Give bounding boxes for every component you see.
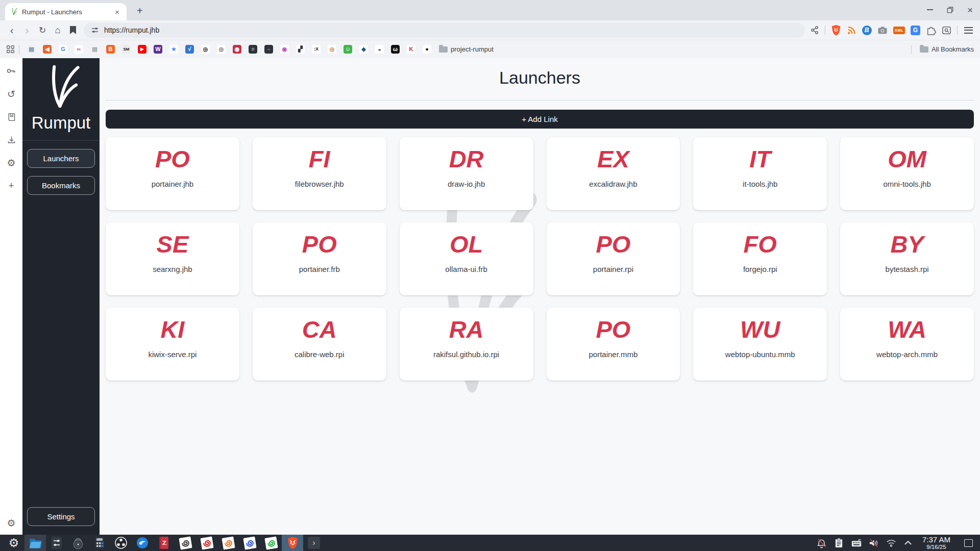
two-dots-favicon[interactable]: •• xyxy=(264,45,273,54)
clipboard-favicon[interactable]: ▤ xyxy=(27,45,36,54)
bookmarks-panel-icon[interactable] xyxy=(65,22,81,38)
viewer-green-button[interactable] xyxy=(260,535,282,551)
network-wireless-icon[interactable] xyxy=(886,538,896,548)
blocks-favicon[interactable]: ▞ xyxy=(296,45,305,54)
strip-bottom-gear-icon[interactable]: ⚙ xyxy=(6,517,17,529)
translate-extension-icon[interactable]: G xyxy=(911,26,920,35)
reload-icon[interactable]: ↻ xyxy=(35,22,50,38)
thunderbird-button[interactable] xyxy=(132,535,153,551)
document-favicon[interactable]: ▤ xyxy=(90,45,99,54)
obs-studio-button[interactable] xyxy=(110,535,132,551)
add-link-button[interactable]: + Add Link xyxy=(106,110,974,129)
tokopedia-favicon[interactable]: ☺ xyxy=(344,45,352,54)
extensions-puzzle-icon[interactable] xyxy=(926,25,936,35)
tray-expand-chevron-up-icon[interactable] xyxy=(903,538,914,548)
screenshot-camera-icon[interactable] xyxy=(877,26,888,35)
launcher-card[interactable]: IT it-tools.jhb xyxy=(693,137,827,210)
volume-muted-icon[interactable] xyxy=(868,538,879,548)
launcher-card[interactable]: WA webtop-arch.mmb xyxy=(840,308,974,381)
brave-shield-icon[interactable] xyxy=(831,24,841,36)
calculator-button[interactable] xyxy=(89,535,110,551)
launcher-card[interactable]: PO portainer.mmb xyxy=(547,308,680,381)
viewer-red-button[interactable] xyxy=(196,535,217,551)
launcher-card[interactable]: EX excalidraw.jhb xyxy=(547,137,680,210)
viewer-gray-button[interactable] xyxy=(175,535,196,551)
zotero-button[interactable]: Z xyxy=(153,535,175,551)
launcher-card[interactable]: CA calibre-web.rpi xyxy=(253,308,386,381)
b-extension-icon[interactable]: B xyxy=(862,26,872,35)
tab-close-icon[interactable]: × xyxy=(113,7,121,17)
passwords-key-icon[interactable] xyxy=(6,65,17,77)
google-favicon[interactable]: G xyxy=(59,45,67,54)
keyboard-layout-icon[interactable] xyxy=(851,538,862,548)
forward-icon[interactable]: › xyxy=(19,22,35,38)
rss-extension-icon[interactable] xyxy=(847,26,856,35)
sidebar-nav-button[interactable]: Bookmarks xyxy=(27,176,95,195)
application-menu-button[interactable]: ⚙ xyxy=(3,535,24,551)
launcher-card[interactable]: OL ollama-ui.frb xyxy=(400,222,533,295)
sm-favicon[interactable]: SM xyxy=(122,45,131,54)
firefox-favicon[interactable]: ◉ xyxy=(280,45,289,54)
launcher-card[interactable]: WU webtop-ubuntu.mmb xyxy=(693,308,827,381)
k-red-favicon[interactable]: K xyxy=(407,45,415,54)
viewer-orange-button[interactable] xyxy=(217,535,239,551)
strip-settings-gear-icon[interactable]: ⚙ xyxy=(6,157,17,168)
all-bookmarks[interactable]: All Bookmarks xyxy=(907,45,974,54)
launcher-card[interactable]: PO portainer.frb xyxy=(253,222,386,295)
share-icon[interactable] xyxy=(810,26,819,35)
red-shield-favicon[interactable]: ◉ xyxy=(233,45,241,54)
viewer-blue-button[interactable] xyxy=(239,535,260,551)
show-desktop-button[interactable] xyxy=(964,539,973,547)
downloads-icon[interactable] xyxy=(6,134,17,145)
launcher-card[interactable]: OM omni-tools.jhb xyxy=(840,137,974,210)
apps-grid-icon[interactable] xyxy=(6,45,15,54)
close-window-icon[interactable]: × xyxy=(967,5,973,15)
launcher-card[interactable]: KI kiwix-serve.rpi xyxy=(106,308,239,381)
eye-favicon[interactable]: ◒ xyxy=(375,45,384,54)
youtube-favicon[interactable]: ▶ xyxy=(138,45,146,54)
reading-list-icon[interactable] xyxy=(6,111,17,122)
rings-favicon[interactable]: ∞ xyxy=(75,45,83,54)
launcher-card[interactable]: SE searxng.jhb xyxy=(106,222,239,295)
cat-favicon[interactable]: ω xyxy=(391,45,400,54)
file-manager-button[interactable] xyxy=(24,535,46,551)
launcher-card[interactable]: PO portainer.jhb xyxy=(106,137,239,210)
server-favicon[interactable]: ≡ xyxy=(249,45,257,54)
sidebar-settings-button[interactable]: Settings xyxy=(27,507,95,526)
taskbar-clock[interactable]: 7:37 AM 9/16/25 xyxy=(922,536,950,550)
launcher-card[interactable]: FI filebrowser.jhb xyxy=(253,137,386,210)
brave-browser-button[interactable] xyxy=(282,535,303,551)
url-text[interactable]: https://rumput.jhb xyxy=(104,26,159,34)
back-icon[interactable]: ‹ xyxy=(4,22,19,38)
gemini-star-favicon[interactable]: ★ xyxy=(169,45,178,54)
launcher-card[interactable]: BY bytestash.rpi xyxy=(840,222,974,295)
openai-favicon[interactable]: ◎ xyxy=(201,45,210,54)
launcher-card[interactable]: FO forgejo.rpi xyxy=(693,222,827,295)
new-tab-button[interactable]: + xyxy=(133,4,147,18)
github-favicon[interactable]: ● xyxy=(423,45,431,54)
bca-favicon[interactable]: ◆ xyxy=(359,45,368,54)
swirl-orange-favicon[interactable]: ◎ xyxy=(328,45,336,54)
sqrt-blue-favicon[interactable]: √ xyxy=(185,45,194,54)
maximize-icon[interactable] xyxy=(946,6,954,14)
wikipedia-w-favicon[interactable]: W xyxy=(154,45,162,54)
ex-favicon[interactable]: :X xyxy=(312,45,321,54)
xml-extension-icon[interactable]: XML xyxy=(893,27,905,34)
site-settings-tune-icon[interactable] xyxy=(91,26,99,34)
launcher-card[interactable]: DR draw-io.jhb xyxy=(400,137,533,210)
clipboard-manager-icon[interactable] xyxy=(834,538,844,548)
address-bar[interactable]: https://rumput.jhb xyxy=(84,23,805,38)
settings-manager-button[interactable] xyxy=(46,535,67,551)
launcher-card[interactable]: PO portainer.rpi xyxy=(547,222,680,295)
panel-expander-button[interactable]: › xyxy=(303,535,325,551)
browser-tab[interactable]: Rumput - Launchers × xyxy=(5,3,127,20)
history-icon[interactable]: ↺ xyxy=(6,88,17,99)
home-icon[interactable]: ⌂ xyxy=(50,22,65,38)
megaphone-favicon[interactable]: ◀ xyxy=(43,45,52,54)
b-orange-favicon[interactable]: B xyxy=(106,45,115,54)
menu-hamburger-icon[interactable] xyxy=(963,25,974,36)
notifications-muted-icon[interactable] xyxy=(816,538,827,548)
tab-search-icon[interactable] xyxy=(942,26,951,35)
launcher-card[interactable]: RA rakifsul.github.io.rpi xyxy=(400,308,533,381)
bookmark-folder-label[interactable]: project-rumput xyxy=(451,45,494,53)
